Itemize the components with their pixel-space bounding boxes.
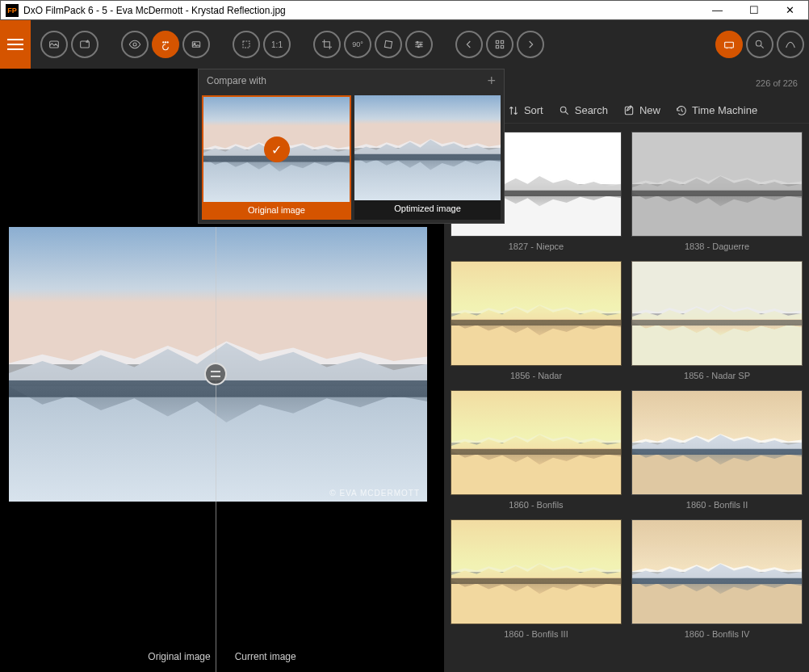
compare-original-label: Original image xyxy=(203,202,350,218)
save-image-button[interactable] xyxy=(71,31,99,58)
close-button[interactable]: ✕ xyxy=(772,1,808,20)
title-bar: FP DxO FilmPack 6 - 5 - Eva McDermott - … xyxy=(0,0,809,20)
menu-button[interactable] xyxy=(0,20,31,69)
crop-button[interactable] xyxy=(313,31,341,58)
preset-label: 1860 - Bonfils xyxy=(451,500,622,510)
svg-point-5 xyxy=(167,42,168,43)
sort-button[interactable]: Sort xyxy=(507,104,543,117)
svg-point-18 xyxy=(756,40,761,46)
svg-point-2 xyxy=(133,43,136,46)
watermark: © EVA MCDERMOTT xyxy=(329,489,420,498)
svg-rect-15 xyxy=(496,45,498,48)
preset-item[interactable]: 1860 - Bonfils III xyxy=(451,519,622,639)
preset-label: 1860 - Bonfils III xyxy=(451,629,622,639)
svg-rect-13 xyxy=(496,40,498,43)
split-divider[interactable] xyxy=(216,227,216,672)
compare-button[interactable] xyxy=(152,31,179,58)
svg-point-12 xyxy=(417,46,419,48)
svg-point-19 xyxy=(560,107,566,112)
maximize-button[interactable]: ☐ xyxy=(736,1,772,20)
preview-area: Compare with + ✓ Original image Optimize… xyxy=(0,69,444,672)
next-button[interactable] xyxy=(517,31,544,58)
new-button[interactable]: New xyxy=(622,104,660,117)
rotate-90-button[interactable]: 90° xyxy=(344,31,371,58)
panel-presets-button[interactable] xyxy=(715,31,743,58)
preset-counter: 226 of 226 xyxy=(756,78,798,88)
preset-item[interactable]: 1838 - Daguerre xyxy=(631,132,803,251)
grid-button[interactable] xyxy=(486,31,513,58)
search-button[interactable]: Search xyxy=(558,104,608,117)
split-handle[interactable] xyxy=(204,363,227,385)
preset-label: 1860 - Bonfils IV xyxy=(631,629,803,639)
compare-header: Compare with xyxy=(207,75,266,86)
svg-rect-8 xyxy=(243,41,249,48)
open-image-button[interactable] xyxy=(40,31,68,58)
prev-button[interactable] xyxy=(455,31,483,58)
straighten-button[interactable] xyxy=(375,31,402,58)
compare-optimized-label: Optimized image xyxy=(354,200,501,216)
window-title: DxO FilmPack 6 - 5 - Eva McDermott - Kry… xyxy=(23,5,699,16)
app-icon: FP xyxy=(6,4,19,17)
preview-left-label: Original image xyxy=(148,651,210,662)
panel-controls-button[interactable] xyxy=(746,31,773,58)
compare-panel: Compare with + ✓ Original image Optimize… xyxy=(198,69,505,224)
compare-thumb-optimized[interactable]: Optimized image xyxy=(354,95,501,220)
preset-label: 1827 - Niepce xyxy=(451,242,622,251)
minimize-button[interactable]: — xyxy=(699,1,736,20)
check-icon: ✓ xyxy=(264,136,290,162)
preset-label: 1856 - Nadar SP xyxy=(631,371,803,380)
svg-point-10 xyxy=(417,41,418,43)
compare-thumb-original[interactable]: ✓ Original image xyxy=(202,95,351,220)
preset-label: 1860 - Bonfils II xyxy=(631,500,803,510)
svg-rect-17 xyxy=(725,42,734,48)
time-machine-button[interactable]: Time Machine xyxy=(675,104,757,117)
crop-selection-button[interactable] xyxy=(233,31,260,58)
svg-rect-16 xyxy=(501,45,503,48)
toolbar: 1:1 90° xyxy=(0,20,809,69)
panel-histogram-button[interactable] xyxy=(777,31,804,58)
preset-label: 1856 - Nadar xyxy=(451,371,622,380)
svg-point-4 xyxy=(165,42,166,43)
preset-item[interactable]: 1856 - Nadar xyxy=(451,261,622,380)
preset-item[interactable]: 1856 - Nadar SP xyxy=(631,261,803,380)
preset-item[interactable]: 1860 - Bonfils II xyxy=(631,390,803,510)
svg-rect-9 xyxy=(384,40,392,48)
zoom-11-button[interactable]: 1:1 xyxy=(263,31,291,58)
preview-right-label: Current image xyxy=(235,651,296,662)
svg-point-11 xyxy=(420,44,421,45)
preset-label: 1838 - Daguerre xyxy=(631,242,803,251)
adjust-button[interactable] xyxy=(405,31,433,58)
preset-item[interactable]: 1860 - Bonfils IV xyxy=(631,519,803,639)
svg-rect-14 xyxy=(501,40,503,43)
preset-item[interactable]: 1860 - Bonfils xyxy=(451,390,622,510)
preview-button[interactable] xyxy=(121,31,149,58)
add-compare-button[interactable]: + xyxy=(487,73,496,90)
single-view-button[interactable] xyxy=(182,31,210,58)
svg-point-3 xyxy=(163,42,164,43)
